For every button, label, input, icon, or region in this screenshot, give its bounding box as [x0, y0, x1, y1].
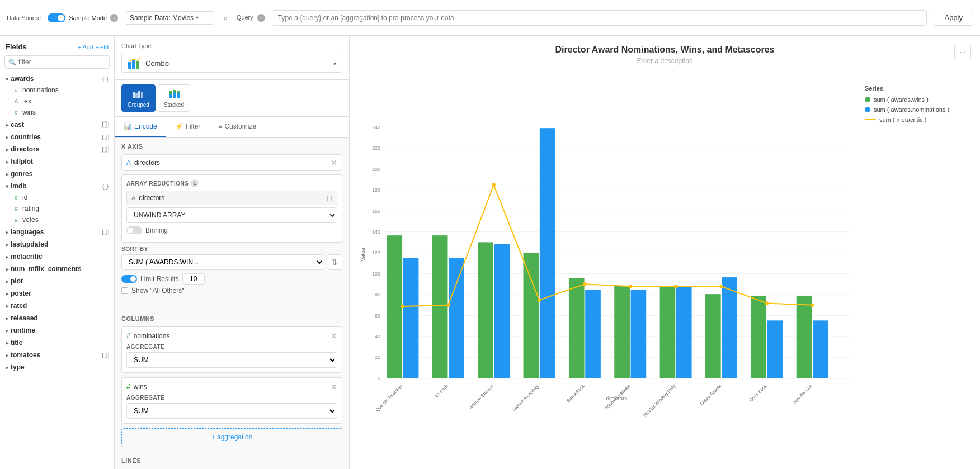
field-group-header-directors[interactable]: ▸ directors [ ] — [0, 144, 114, 155]
bar-granik-nom — [722, 277, 737, 378]
field-group-header-plot[interactable]: ▸ plot — [0, 276, 114, 287]
tab-stacked[interactable]: Stacked — [158, 84, 190, 112]
legend-dot-wins — [865, 97, 870, 102]
add-field-button[interactable]: + Add Field — [78, 44, 109, 50]
tab-customize[interactable]: ≡ Customize — [209, 117, 265, 137]
field-group-header-runtime[interactable]: ▸ runtime — [0, 325, 114, 336]
field-item-wins[interactable]: # wins — [0, 107, 114, 118]
field-group-header-tomatoes[interactable]: ▸ tomatoes [ ] — [0, 349, 114, 361]
field-group-header-awards[interactable]: ▾ awards { } — [0, 73, 114, 84]
meta-dot-1 — [446, 303, 450, 307]
x-axis-field: A directors ✕ — [121, 154, 342, 171]
add-aggregation-button[interactable]: + aggregation — [121, 428, 342, 446]
svg-rect-10 — [173, 90, 176, 92]
sample-mode-info[interactable]: i — [110, 14, 118, 22]
sort-by-select: SUM ( AWARDS.WIN... SUM ( AWARDS.NOM... … — [121, 254, 342, 270]
nominations-field-delete-button[interactable]: ✕ — [331, 331, 337, 340]
svg-text:240: 240 — [372, 125, 380, 130]
field-group-header-type[interactable]: ▸ type — [0, 362, 114, 373]
field-group-header-imdb[interactable]: ▾ imdb { } — [0, 181, 114, 192]
limit-results-input[interactable] — [182, 273, 205, 285]
svg-text:0: 0 — [378, 376, 380, 381]
field-group-header-fullplot[interactable]: ▸ fullplot — [0, 156, 114, 167]
field-name-votes: votes — [22, 216, 109, 224]
field-item-votes[interactable]: # votes — [0, 214, 114, 225]
field-group-header-languages[interactable]: ▸ languages [ ] — [0, 226, 114, 238]
group-name-awards: awards — [11, 75, 34, 83]
array-reductions-count: 1 — [191, 179, 199, 187]
field-group-header-title[interactable]: ▸ title — [0, 337, 114, 348]
wins-field-delete-button[interactable]: ✕ — [331, 382, 337, 391]
field-group-header-poster[interactable]: ▸ poster — [0, 288, 114, 299]
x-axis-field-delete-button[interactable]: ✕ — [331, 158, 337, 167]
group-type-awards: { } — [102, 75, 109, 82]
meta-dot-0 — [401, 305, 405, 309]
sort-by-dropdown[interactable]: SUM ( AWARDS.WIN... SUM ( AWARDS.NOM... … — [121, 254, 324, 270]
apply-button[interactable]: Apply — [934, 10, 973, 26]
svg-text:Value: Value — [360, 248, 366, 261]
nominations-aggregate-dropdown[interactable]: SUM AVG COUNT MIN MAX — [126, 352, 337, 368]
meta-dot-3 — [538, 298, 541, 302]
bar-tarantino-wins — [387, 235, 402, 378]
field-group-imdb: ▾ imdb { } # id # rating # votes — [0, 181, 114, 225]
limit-results-toggle[interactable] — [121, 275, 137, 283]
lines-label: Lines — [121, 457, 342, 464]
binning-toggle[interactable] — [126, 226, 142, 234]
chart-description: Enter a description — [359, 57, 971, 65]
directors-sub-field: A directors { } — [126, 191, 337, 205]
field-group-header-num-mflix[interactable]: ▸ num_mflix_comments — [0, 263, 114, 274]
group-name-directors: directors — [11, 145, 39, 153]
field-group-header-genres[interactable]: ▸ genres — [0, 168, 114, 179]
main-layout: Fields + Add Field 🔍 ▾ awards { } # nomi… — [0, 36, 980, 469]
tab-encode[interactable]: 📊 Encode — [115, 117, 166, 137]
top-bar: Data Source Sample Mode i Sample Data: M… — [0, 0, 980, 36]
config-panel: Chart Type Combo ▾ — [115, 36, 350, 469]
sort-direction-button[interactable]: ⇅ — [327, 254, 342, 270]
filter-icon: ⚡ — [175, 122, 183, 130]
legend-title: Series — [865, 85, 965, 92]
chart-more-button[interactable]: ··· — [954, 45, 971, 59]
svg-rect-12 — [177, 91, 180, 93]
group-name-imdb: imdb — [11, 182, 27, 190]
field-group-header-rated[interactable]: ▸ rated — [0, 300, 114, 311]
svg-text:20: 20 — [375, 355, 380, 361]
unwind-dropdown[interactable]: UNWIND ARRAY COUNT JOIN — [126, 207, 337, 223]
field-group-awards: ▾ awards { } # nominations A text # wins — [0, 73, 114, 118]
field-group-runtime: ▸ runtime — [0, 325, 114, 336]
field-group-header-lastupdated[interactable]: ▸ lastupdated — [0, 239, 114, 250]
group-name-fullplot: fullplot — [11, 158, 33, 165]
data-source-select[interactable]: Sample Data: Movies ▾ — [125, 11, 214, 25]
field-item-nominations[interactable]: # nominations — [0, 84, 114, 96]
field-search-input[interactable] — [4, 55, 110, 69]
field-name-rating: rating — [22, 205, 109, 212]
sample-mode-toggle[interactable] — [48, 13, 65, 22]
bar-lee-wins — [797, 296, 812, 378]
chart-type-section: Chart Type Combo ▾ — [115, 36, 349, 80]
field-item-id[interactable]: # id — [0, 192, 114, 203]
tab-filter[interactable]: ⚡ Filter — [166, 117, 210, 137]
svg-rect-8 — [169, 91, 172, 94]
query-input[interactable] — [272, 10, 927, 26]
svg-text:Quentin Tarantino: Quentin Tarantino — [375, 383, 404, 413]
show-all-others-label: Show "All Others" — [131, 287, 185, 295]
field-group-header-countries[interactable]: ▸ countries [ ] — [0, 131, 114, 143]
svg-rect-1 — [132, 60, 135, 69]
group-name-metacritic: metacritic — [11, 253, 43, 260]
field-group-header-cast[interactable]: ▸ cast [ ] — [0, 119, 114, 130]
group-type-imdb: { } — [102, 183, 109, 190]
chart-type-name: Combo — [145, 59, 329, 68]
svg-text:Ben Affleck: Ben Affleck — [566, 383, 586, 404]
field-item-rating[interactable]: # rating — [0, 203, 114, 214]
field-group-header-metacritic[interactable]: ▸ metacritic — [0, 251, 114, 262]
tab-grouped[interactable]: Grouped — [121, 84, 156, 112]
query-info-badge[interactable]: i — [257, 14, 265, 22]
group-type-directors: [ ] — [101, 146, 109, 153]
field-group-header-released[interactable]: ▸ released — [0, 312, 114, 324]
wins-aggregate-dropdown[interactable]: SUM AVG COUNT MIN MAX — [126, 403, 337, 419]
meta-dot-8 — [765, 301, 769, 305]
show-all-others-checkbox[interactable] — [121, 287, 128, 294]
chart-type-select[interactable]: Combo ▾ — [121, 54, 342, 73]
bar-aronofsky-nom — [540, 128, 555, 378]
field-item-text[interactable]: A text — [0, 96, 114, 107]
sort-by-label: SORT BY — [121, 246, 342, 252]
